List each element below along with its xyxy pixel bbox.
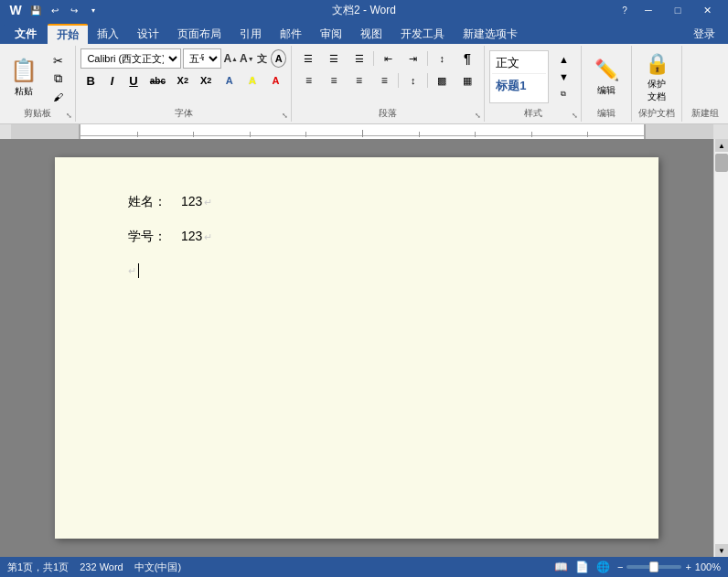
- undo-qa-button[interactable]: ↩: [47, 2, 63, 18]
- customize-qa-button[interactable]: ▾: [85, 2, 102, 18]
- styles-more-button[interactable]: ⧉: [551, 86, 576, 102]
- status-bar: 第1页，共1页 232 Word 中文(中国) 📖 📄 🌐 − + 100%: [0, 557, 728, 577]
- paragraph-expand-icon[interactable]: ⤡: [475, 112, 481, 120]
- cut-button[interactable]: ✂: [45, 52, 70, 69]
- highlight-button[interactable]: A: [241, 70, 262, 91]
- tab-review[interactable]: 审阅: [311, 24, 351, 44]
- decrease-font-button[interactable]: A▼: [240, 50, 254, 67]
- save-qa-button[interactable]: 💾: [27, 2, 44, 18]
- tab-layout[interactable]: 页面布局: [168, 24, 230, 44]
- font-name-select[interactable]: Calibri (西文正文): [80, 48, 181, 69]
- zoom-level: 100%: [695, 561, 721, 572]
- sort-button[interactable]: ↕: [430, 48, 455, 69]
- format-painter-button[interactable]: 🖌: [45, 88, 70, 105]
- student-id-paragraph-mark: ↵: [204, 231, 212, 243]
- align-center-button[interactable]: ≡: [322, 70, 347, 91]
- font-group-label: 字体: [76, 107, 291, 120]
- line-spacing-button[interactable]: ↕: [401, 70, 425, 91]
- clipboard-group-label: 剪贴板: [0, 107, 75, 120]
- font-a-circle[interactable]: A: [271, 49, 286, 68]
- restore-button[interactable]: □: [664, 2, 691, 18]
- paragraph-mark-cursor: ↵: [128, 265, 136, 277]
- increase-indent-button[interactable]: ⇥: [401, 48, 425, 69]
- align-left-button[interactable]: ≡: [296, 70, 321, 91]
- underline-button[interactable]: U: [123, 70, 143, 91]
- window-title: 文档2 - Word: [332, 4, 396, 16]
- tab-devtools[interactable]: 开发工具: [391, 24, 454, 44]
- ruler: [0, 124, 728, 139]
- student-id-value: 123: [181, 229, 202, 243]
- student-id-line: 学号： 123 ↵: [128, 229, 585, 245]
- text-effects-button[interactable]: A: [219, 70, 240, 91]
- tab-view[interactable]: 视图: [351, 24, 391, 44]
- window-controls: ? ─ □ ✕: [616, 2, 721, 18]
- justify-button[interactable]: ≡: [372, 70, 397, 91]
- copy-button[interactable]: ⧉: [45, 70, 70, 88]
- tab-mailings[interactable]: 邮件: [271, 24, 311, 44]
- login-button[interactable]: 登录: [684, 24, 724, 44]
- protect-doc-button[interactable]: 🔒 保护 文档: [636, 52, 678, 103]
- style-heading1-label[interactable]: 标题1: [496, 79, 526, 92]
- word-icon[interactable]: W: [7, 2, 24, 18]
- font-expand-icon[interactable]: ⤡: [282, 112, 288, 120]
- wenzhen-icon[interactable]: 文: [256, 50, 270, 67]
- zoom-slider[interactable]: [626, 565, 681, 569]
- clipboard-group: 📋 粘贴 ✂ ⧉ 🖌 剪贴板 ⤡: [0, 46, 76, 122]
- cursor-line: ↵: [128, 263, 585, 278]
- scroll-up-button[interactable]: ▲: [715, 139, 728, 152]
- close-button[interactable]: ✕: [693, 2, 721, 18]
- show-marks-button[interactable]: ¶: [455, 48, 480, 69]
- paragraph-group: ☰ ☰ ☰ ⇤ ⇥ ↕ ¶ ≡ ≡ ≡ ≡ ↕ ▩ ▦: [292, 46, 485, 122]
- scroll-down-button[interactable]: ▼: [715, 544, 728, 557]
- status-right: 📖 📄 🌐 − + 100%: [554, 561, 721, 573]
- bold-button[interactable]: B: [80, 70, 100, 91]
- decrease-indent-button[interactable]: ⇤: [376, 48, 401, 69]
- print-view-button[interactable]: 📄: [575, 561, 589, 573]
- scroll-thumb[interactable]: [715, 154, 728, 172]
- tab-file[interactable]: 文件: [4, 24, 48, 44]
- document-page[interactable]: 姓名： 123 ↵ 学号： 123 ↵ ↵: [55, 157, 658, 539]
- read-view-button[interactable]: 📖: [554, 561, 568, 573]
- minimize-button[interactable]: ─: [635, 2, 662, 18]
- web-view-button[interactable]: 🌐: [596, 561, 610, 573]
- tab-home[interactable]: 开始: [48, 24, 88, 44]
- subscript-button[interactable]: X2: [172, 70, 193, 91]
- shading-button[interactable]: ▩: [430, 70, 455, 91]
- italic-button[interactable]: I: [102, 70, 122, 91]
- align-right-button[interactable]: ≡: [347, 70, 371, 91]
- editing-button[interactable]: ✏️ 编辑: [585, 52, 627, 103]
- clipboard-expand-icon[interactable]: ⤡: [66, 112, 72, 120]
- styles-down-button[interactable]: ▼: [551, 69, 576, 85]
- protect-group: 🔒 保护 文档 保护文档: [632, 46, 682, 122]
- tab-insert[interactable]: 插入: [88, 24, 128, 44]
- strikethrough-button[interactable]: abc: [145, 70, 170, 91]
- font-size-select[interactable]: 五号: [183, 48, 221, 69]
- paragraph-group-label: 段落: [292, 107, 484, 120]
- superscript-button[interactable]: X2: [196, 70, 217, 91]
- zoom-out-button[interactable]: −: [617, 561, 623, 572]
- font-color-button[interactable]: A: [265, 70, 286, 91]
- language-info: 中文(中国): [134, 561, 181, 574]
- page-info: 第1页，共1页: [7, 561, 69, 574]
- redo-qa-button[interactable]: ↪: [66, 2, 82, 18]
- page-area: 姓名： 123 ↵ 学号： 123 ↵ ↵: [0, 139, 713, 557]
- bullets-button[interactable]: ☰: [296, 48, 321, 69]
- tab-references[interactable]: 引用: [230, 24, 271, 44]
- numbering-button[interactable]: ☰: [322, 48, 347, 69]
- paste-label: 粘贴: [15, 85, 33, 98]
- style-normal-label[interactable]: 正文: [496, 56, 519, 69]
- zoom-in-button[interactable]: +: [685, 561, 691, 572]
- styles-expand-icon[interactable]: ⤡: [572, 112, 578, 120]
- name-paragraph-mark: ↵: [204, 197, 212, 208]
- increase-font-button[interactable]: A▲: [223, 50, 238, 67]
- protect-label: 保护 文档: [648, 78, 666, 103]
- tab-design[interactable]: 设计: [128, 24, 168, 44]
- vertical-scrollbar[interactable]: ▲ ▼: [713, 139, 728, 557]
- title-bar-left: W 💾 ↩ ↪ ▾: [7, 2, 102, 18]
- styles-up-button[interactable]: ▲: [551, 51, 576, 68]
- help-button[interactable]: ?: [616, 2, 633, 18]
- tab-newtab[interactable]: 新建选项卡: [454, 24, 527, 44]
- border-button[interactable]: ▦: [455, 70, 480, 91]
- paste-button[interactable]: 📋 粘贴: [5, 48, 43, 107]
- multilevel-button[interactable]: ☰: [347, 48, 371, 69]
